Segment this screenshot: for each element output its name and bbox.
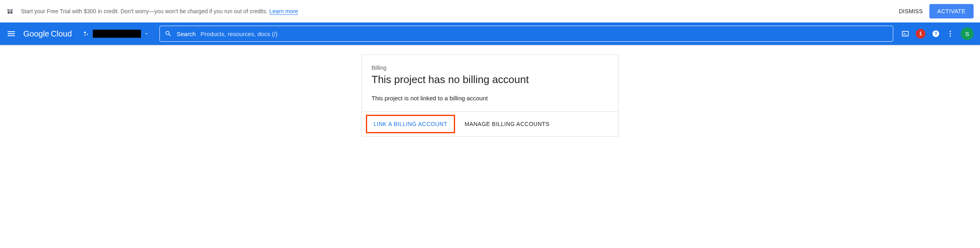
svg-rect-3 xyxy=(10,11,12,14)
banner-text: Start your Free Trial with $300 in credi… xyxy=(21,8,298,14)
project-icon xyxy=(83,30,90,37)
manage-billing-accounts-button[interactable]: MANAGE BILLING ACCOUNTS xyxy=(458,115,556,133)
svg-text:?: ? xyxy=(934,31,937,36)
annotation-highlight: LINK A BILLING ACCOUNT xyxy=(366,115,455,133)
svg-point-9 xyxy=(84,35,86,36)
search-label: Search xyxy=(177,30,196,37)
gift-icon xyxy=(6,8,14,15)
svg-rect-10 xyxy=(902,31,909,36)
svg-rect-6 xyxy=(8,35,15,36)
project-selector[interactable] xyxy=(80,28,152,39)
svg-point-15 xyxy=(949,35,951,37)
svg-rect-2 xyxy=(8,11,10,14)
main-content: Billing This project has no billing acco… xyxy=(0,45,980,137)
card-actions: LINK A BILLING ACCOUNT MANAGE BILLING AC… xyxy=(362,111,618,136)
help-icon[interactable]: ? xyxy=(932,30,940,38)
avatar[interactable]: S xyxy=(961,27,974,40)
more-vert-icon[interactable] xyxy=(946,30,954,38)
page-description: This project is not linked to a billing … xyxy=(372,95,608,102)
activate-button[interactable]: ACTIVATE xyxy=(929,4,974,18)
free-trial-banner: Start your Free Trial with $300 in credi… xyxy=(0,0,980,22)
search-placeholder: Products, resources, docs (/) xyxy=(200,30,278,37)
dismiss-button[interactable]: DISMISS xyxy=(899,8,923,14)
google-cloud-logo[interactable]: Google Cloud xyxy=(23,29,72,39)
cloud-shell-icon[interactable] xyxy=(901,30,909,38)
svg-point-13 xyxy=(949,31,951,32)
billing-card: Billing This project has no billing acco… xyxy=(361,55,619,137)
card-body: Billing This project has no billing acco… xyxy=(362,55,618,111)
app-bar: Google Cloud Search Products, resources,… xyxy=(0,22,980,45)
svg-point-14 xyxy=(949,33,951,34)
svg-point-7 xyxy=(84,32,86,34)
svg-point-8 xyxy=(87,34,88,35)
svg-rect-0 xyxy=(7,10,10,11)
project-name-redacted xyxy=(93,30,141,38)
chevron-down-icon xyxy=(144,31,149,36)
svg-rect-5 xyxy=(8,33,15,34)
page-title: This project has no billing account xyxy=(372,73,608,86)
banner-message: Start your Free Trial with $300 in credi… xyxy=(21,8,270,14)
logo-text-light: Cloud xyxy=(51,29,72,39)
logo-text-bold: Google xyxy=(23,29,49,39)
notification-badge[interactable]: 1 xyxy=(916,29,925,39)
svg-rect-4 xyxy=(8,31,15,32)
hamburger-menu-icon[interactable] xyxy=(6,29,16,39)
learn-more-link[interactable]: Learn more xyxy=(270,8,298,15)
search-bar[interactable]: Search Products, resources, docs (/) xyxy=(159,26,893,42)
appbar-right: 1 ? S xyxy=(901,27,974,40)
link-billing-account-button[interactable]: LINK A BILLING ACCOUNT xyxy=(367,116,454,132)
breadcrumb: Billing xyxy=(372,65,608,71)
svg-rect-1 xyxy=(10,10,13,11)
search-icon xyxy=(165,30,172,37)
